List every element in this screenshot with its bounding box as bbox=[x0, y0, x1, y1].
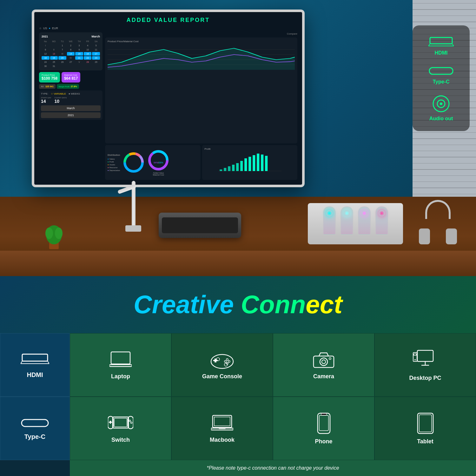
typec-label: Type-C bbox=[433, 79, 449, 85]
tablet-icon bbox=[417, 412, 434, 434]
donut2-svg bbox=[147, 149, 169, 171]
svg-rect-61 bbox=[22, 420, 48, 426]
svg-point-46 bbox=[228, 360, 230, 362]
hero-section: ADDED VALUE REPORT ☆ US ● EUR 2021 March bbox=[0, 0, 476, 276]
speaker bbox=[159, 213, 241, 238]
svg-rect-71 bbox=[214, 417, 230, 426]
svg-point-60 bbox=[414, 359, 416, 360]
svg-point-45 bbox=[226, 359, 228, 360]
svg-rect-76 bbox=[321, 413, 327, 415]
device-phone: Phone bbox=[273, 397, 374, 460]
typec-port-item: Type-C bbox=[419, 65, 463, 85]
plant bbox=[44, 219, 63, 251]
svg-point-35 bbox=[55, 228, 63, 239]
bar-chart-svg bbox=[205, 152, 295, 177]
typec-icon bbox=[428, 65, 454, 76]
svg-rect-59 bbox=[414, 354, 416, 355]
device-camera: Camera bbox=[273, 333, 374, 397]
macbook-icon bbox=[211, 414, 233, 433]
creative-connect-title: Creative Connect bbox=[134, 290, 342, 319]
screen-left: 2021 March No MO TU WE TH FR SA bbox=[39, 32, 102, 180]
svg-point-49 bbox=[216, 358, 220, 361]
audio-label: Audio out bbox=[429, 116, 453, 122]
tablet-label: Tablet bbox=[417, 438, 433, 445]
devices-row2: Switch Macbook bbox=[70, 397, 476, 460]
svg-rect-44 bbox=[215, 359, 216, 362]
svg-rect-23 bbox=[265, 156, 268, 171]
desktop-pc-label: Desktop PC bbox=[409, 375, 441, 381]
phone-label: Phone bbox=[315, 438, 332, 445]
device-laptop: Laptop bbox=[70, 333, 171, 397]
screen-right: Compare Product Price/Material Cost bbox=[105, 32, 297, 180]
monitor-container: ADDED VALUE REPORT ☆ US ● EUR 2021 March bbox=[32, 10, 317, 206]
svg-rect-40 bbox=[111, 352, 130, 364]
port-typec-cell: Type-C bbox=[0, 397, 70, 460]
svg-rect-13 bbox=[224, 168, 226, 171]
typec-cell-label: Type-C bbox=[24, 433, 45, 440]
note-row: *Please note type-c connection can not c… bbox=[70, 460, 476, 476]
av-badge: AV: $35 941 bbox=[39, 84, 56, 89]
hdmi-cell-label: HDMI bbox=[27, 371, 43, 379]
device-game-console: Game Console bbox=[171, 333, 273, 397]
svg-rect-16 bbox=[236, 163, 239, 171]
svg-point-47 bbox=[224, 360, 226, 362]
port-panel-overlay: HDMI Type-C Audio out bbox=[413, 25, 470, 131]
svg-rect-62 bbox=[113, 417, 129, 428]
hdmi-label: HDMI bbox=[435, 50, 448, 56]
svg-rect-15 bbox=[232, 165, 235, 171]
svg-line-26 bbox=[452, 44, 454, 46]
svg-rect-19 bbox=[248, 157, 251, 171]
hdmi-port-item: HDMI bbox=[419, 35, 463, 56]
screen-report-title: ADDED VALUE REPORT bbox=[39, 17, 297, 23]
macbook-label: Macbook bbox=[210, 437, 235, 443]
svg-rect-28 bbox=[429, 68, 453, 74]
product-price-card: Product Price $100 758 bbox=[39, 72, 60, 83]
monitor-screen: ADDED VALUE REPORT ☆ US ● EUR 2021 March bbox=[34, 12, 302, 185]
svg-rect-65 bbox=[114, 418, 127, 427]
note-text: *Please note type-c connection can not c… bbox=[207, 465, 339, 471]
material-cost-card: Material Cost $64 817 bbox=[62, 72, 80, 83]
game-console-label: Game Console bbox=[202, 373, 242, 380]
game-console-icon bbox=[209, 350, 235, 369]
svg-rect-12 bbox=[220, 169, 222, 171]
svg-point-34 bbox=[45, 228, 53, 239]
distribution-chart: Distribution ●Salary ●Profit ●Assets ●Re… bbox=[105, 145, 201, 180]
screen-content: 2021 March No MO TU WE TH FR SA bbox=[39, 32, 297, 180]
svg-line-38 bbox=[48, 361, 49, 364]
svg-point-50 bbox=[224, 363, 228, 366]
device-desktop-pc: Desktop PC bbox=[374, 333, 476, 397]
device-macbook: Macbook bbox=[171, 397, 273, 460]
svg-rect-78 bbox=[419, 415, 432, 432]
svg-line-37 bbox=[21, 361, 22, 364]
svg-rect-36 bbox=[22, 354, 48, 361]
nixie-tubes bbox=[308, 203, 403, 244]
wave-chart-area: Product Price/Material Cost bbox=[105, 37, 297, 143]
hdmi-icon bbox=[428, 35, 454, 48]
audio-icon bbox=[432, 94, 451, 113]
camera-label: Camera bbox=[313, 373, 334, 380]
audio-port-item: Audio out bbox=[419, 94, 463, 122]
bottom-grid-section: HDMI Laptop bbox=[0, 333, 476, 476]
device-tablet: Tablet bbox=[374, 397, 476, 460]
desk-front bbox=[0, 251, 476, 276]
speaker-grille bbox=[162, 217, 238, 233]
monitor-frame: ADDED VALUE REPORT ☆ US ● EUR 2021 March bbox=[32, 10, 305, 187]
typec-cell-icon bbox=[21, 417, 49, 429]
svg-rect-77 bbox=[418, 413, 433, 433]
svg-rect-14 bbox=[228, 166, 230, 171]
svg-point-69 bbox=[131, 422, 132, 423]
camera-icon bbox=[313, 350, 335, 369]
svg-rect-22 bbox=[261, 155, 263, 171]
profit-chart: Profit bbox=[202, 145, 298, 180]
svg-rect-75 bbox=[319, 415, 328, 431]
calendar-widget: 2021 March No MO TU WE TH FR SA bbox=[39, 32, 102, 70]
phone-icon bbox=[317, 412, 331, 434]
headphones bbox=[419, 200, 457, 251]
svg-rect-17 bbox=[240, 161, 243, 171]
wave-chart-svg bbox=[108, 44, 295, 70]
desktop-pc-icon bbox=[413, 349, 438, 371]
svg-rect-21 bbox=[257, 154, 259, 171]
laptop-label: Laptop bbox=[111, 373, 130, 380]
svg-point-54 bbox=[329, 358, 331, 360]
laptop-icon bbox=[109, 350, 132, 369]
